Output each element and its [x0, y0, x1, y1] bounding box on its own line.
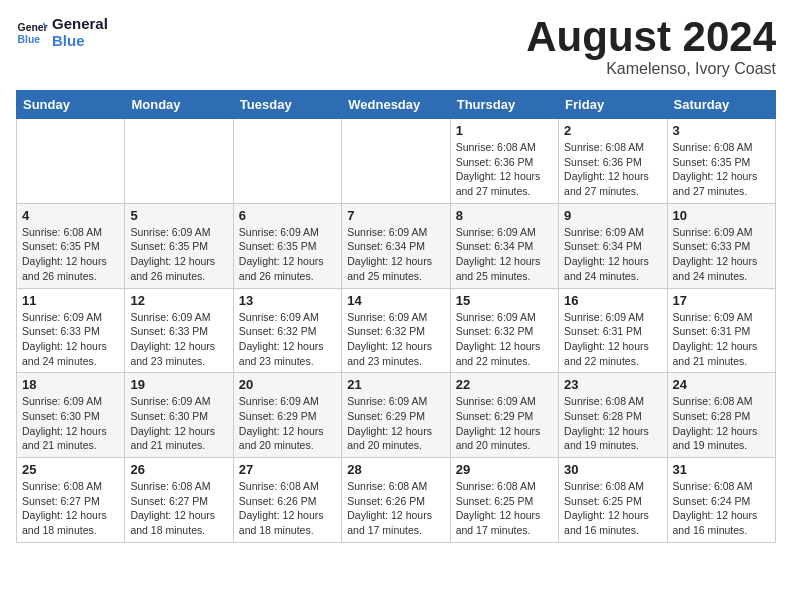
day-info: Sunrise: 6:08 AM Sunset: 6:27 PM Dayligh…	[130, 479, 227, 538]
day-number: 31	[673, 462, 770, 477]
calendar-week-5: 25Sunrise: 6:08 AM Sunset: 6:27 PM Dayli…	[17, 458, 776, 543]
logo-icon: General Blue	[16, 17, 48, 49]
calendar-cell: 20Sunrise: 6:09 AM Sunset: 6:29 PM Dayli…	[233, 373, 341, 458]
day-info: Sunrise: 6:08 AM Sunset: 6:26 PM Dayligh…	[347, 479, 444, 538]
day-number: 9	[564, 208, 661, 223]
day-number: 11	[22, 293, 119, 308]
calendar-cell: 22Sunrise: 6:09 AM Sunset: 6:29 PM Dayli…	[450, 373, 558, 458]
calendar-week-1: 1Sunrise: 6:08 AM Sunset: 6:36 PM Daylig…	[17, 119, 776, 204]
weekday-header-tuesday: Tuesday	[233, 91, 341, 119]
calendar-cell: 29Sunrise: 6:08 AM Sunset: 6:25 PM Dayli…	[450, 458, 558, 543]
day-info: Sunrise: 6:09 AM Sunset: 6:32 PM Dayligh…	[456, 310, 553, 369]
day-number: 20	[239, 377, 336, 392]
calendar-cell: 28Sunrise: 6:08 AM Sunset: 6:26 PM Dayli…	[342, 458, 450, 543]
calendar-cell: 11Sunrise: 6:09 AM Sunset: 6:33 PM Dayli…	[17, 288, 125, 373]
day-info: Sunrise: 6:09 AM Sunset: 6:31 PM Dayligh…	[564, 310, 661, 369]
calendar-cell: 5Sunrise: 6:09 AM Sunset: 6:35 PM Daylig…	[125, 203, 233, 288]
day-number: 17	[673, 293, 770, 308]
day-info: Sunrise: 6:08 AM Sunset: 6:28 PM Dayligh…	[564, 394, 661, 453]
day-number: 1	[456, 123, 553, 138]
day-info: Sunrise: 6:08 AM Sunset: 6:24 PM Dayligh…	[673, 479, 770, 538]
calendar-week-2: 4Sunrise: 6:08 AM Sunset: 6:35 PM Daylig…	[17, 203, 776, 288]
day-number: 21	[347, 377, 444, 392]
day-info: Sunrise: 6:08 AM Sunset: 6:25 PM Dayligh…	[456, 479, 553, 538]
day-number: 14	[347, 293, 444, 308]
day-info: Sunrise: 6:08 AM Sunset: 6:26 PM Dayligh…	[239, 479, 336, 538]
calendar-week-4: 18Sunrise: 6:09 AM Sunset: 6:30 PM Dayli…	[17, 373, 776, 458]
day-number: 22	[456, 377, 553, 392]
day-number: 6	[239, 208, 336, 223]
day-number: 8	[456, 208, 553, 223]
calendar-cell: 13Sunrise: 6:09 AM Sunset: 6:32 PM Dayli…	[233, 288, 341, 373]
day-number: 3	[673, 123, 770, 138]
calendar-table: SundayMondayTuesdayWednesdayThursdayFrid…	[16, 90, 776, 543]
day-info: Sunrise: 6:09 AM Sunset: 6:35 PM Dayligh…	[130, 225, 227, 284]
calendar-cell: 31Sunrise: 6:08 AM Sunset: 6:24 PM Dayli…	[667, 458, 775, 543]
calendar-cell: 12Sunrise: 6:09 AM Sunset: 6:33 PM Dayli…	[125, 288, 233, 373]
calendar-week-3: 11Sunrise: 6:09 AM Sunset: 6:33 PM Dayli…	[17, 288, 776, 373]
calendar-subtitle: Kamelenso, Ivory Coast	[526, 60, 776, 78]
day-info: Sunrise: 6:09 AM Sunset: 6:34 PM Dayligh…	[347, 225, 444, 284]
day-number: 23	[564, 377, 661, 392]
day-number: 2	[564, 123, 661, 138]
weekday-header-monday: Monday	[125, 91, 233, 119]
day-number: 24	[673, 377, 770, 392]
day-number: 13	[239, 293, 336, 308]
logo: General Blue General Blue	[16, 16, 108, 49]
day-number: 7	[347, 208, 444, 223]
svg-text:Blue: Blue	[18, 33, 41, 44]
day-number: 12	[130, 293, 227, 308]
weekday-header-sunday: Sunday	[17, 91, 125, 119]
day-number: 5	[130, 208, 227, 223]
calendar-cell: 7Sunrise: 6:09 AM Sunset: 6:34 PM Daylig…	[342, 203, 450, 288]
day-number: 4	[22, 208, 119, 223]
day-info: Sunrise: 6:09 AM Sunset: 6:29 PM Dayligh…	[456, 394, 553, 453]
day-number: 18	[22, 377, 119, 392]
logo-line2: Blue	[52, 33, 108, 50]
day-info: Sunrise: 6:08 AM Sunset: 6:36 PM Dayligh…	[564, 140, 661, 199]
day-number: 25	[22, 462, 119, 477]
day-info: Sunrise: 6:08 AM Sunset: 6:27 PM Dayligh…	[22, 479, 119, 538]
calendar-header-row: SundayMondayTuesdayWednesdayThursdayFrid…	[17, 91, 776, 119]
calendar-cell: 21Sunrise: 6:09 AM Sunset: 6:29 PM Dayli…	[342, 373, 450, 458]
calendar-cell: 8Sunrise: 6:09 AM Sunset: 6:34 PM Daylig…	[450, 203, 558, 288]
weekday-header-wednesday: Wednesday	[342, 91, 450, 119]
day-info: Sunrise: 6:09 AM Sunset: 6:30 PM Dayligh…	[130, 394, 227, 453]
weekday-header-saturday: Saturday	[667, 91, 775, 119]
calendar-cell: 17Sunrise: 6:09 AM Sunset: 6:31 PM Dayli…	[667, 288, 775, 373]
day-info: Sunrise: 6:09 AM Sunset: 6:29 PM Dayligh…	[347, 394, 444, 453]
weekday-header-friday: Friday	[559, 91, 667, 119]
calendar-cell: 30Sunrise: 6:08 AM Sunset: 6:25 PM Dayli…	[559, 458, 667, 543]
calendar-cell: 3Sunrise: 6:08 AM Sunset: 6:35 PM Daylig…	[667, 119, 775, 204]
calendar-cell	[233, 119, 341, 204]
day-info: Sunrise: 6:08 AM Sunset: 6:28 PM Dayligh…	[673, 394, 770, 453]
calendar-cell: 25Sunrise: 6:08 AM Sunset: 6:27 PM Dayli…	[17, 458, 125, 543]
calendar-cell: 6Sunrise: 6:09 AM Sunset: 6:35 PM Daylig…	[233, 203, 341, 288]
day-number: 26	[130, 462, 227, 477]
calendar-cell	[17, 119, 125, 204]
day-info: Sunrise: 6:08 AM Sunset: 6:25 PM Dayligh…	[564, 479, 661, 538]
day-info: Sunrise: 6:09 AM Sunset: 6:34 PM Dayligh…	[456, 225, 553, 284]
calendar-cell: 16Sunrise: 6:09 AM Sunset: 6:31 PM Dayli…	[559, 288, 667, 373]
day-number: 16	[564, 293, 661, 308]
calendar-cell	[342, 119, 450, 204]
weekday-header-thursday: Thursday	[450, 91, 558, 119]
day-number: 19	[130, 377, 227, 392]
calendar-body: 1Sunrise: 6:08 AM Sunset: 6:36 PM Daylig…	[17, 119, 776, 543]
calendar-cell: 24Sunrise: 6:08 AM Sunset: 6:28 PM Dayli…	[667, 373, 775, 458]
day-info: Sunrise: 6:08 AM Sunset: 6:35 PM Dayligh…	[22, 225, 119, 284]
calendar-cell: 27Sunrise: 6:08 AM Sunset: 6:26 PM Dayli…	[233, 458, 341, 543]
day-number: 27	[239, 462, 336, 477]
day-info: Sunrise: 6:09 AM Sunset: 6:33 PM Dayligh…	[673, 225, 770, 284]
day-info: Sunrise: 6:09 AM Sunset: 6:32 PM Dayligh…	[347, 310, 444, 369]
calendar-cell: 1Sunrise: 6:08 AM Sunset: 6:36 PM Daylig…	[450, 119, 558, 204]
day-info: Sunrise: 6:09 AM Sunset: 6:34 PM Dayligh…	[564, 225, 661, 284]
calendar-cell	[125, 119, 233, 204]
day-info: Sunrise: 6:09 AM Sunset: 6:32 PM Dayligh…	[239, 310, 336, 369]
day-number: 15	[456, 293, 553, 308]
calendar-cell: 15Sunrise: 6:09 AM Sunset: 6:32 PM Dayli…	[450, 288, 558, 373]
day-info: Sunrise: 6:08 AM Sunset: 6:36 PM Dayligh…	[456, 140, 553, 199]
day-info: Sunrise: 6:09 AM Sunset: 6:33 PM Dayligh…	[130, 310, 227, 369]
calendar-title: August 2024	[526, 16, 776, 58]
calendar-cell: 4Sunrise: 6:08 AM Sunset: 6:35 PM Daylig…	[17, 203, 125, 288]
